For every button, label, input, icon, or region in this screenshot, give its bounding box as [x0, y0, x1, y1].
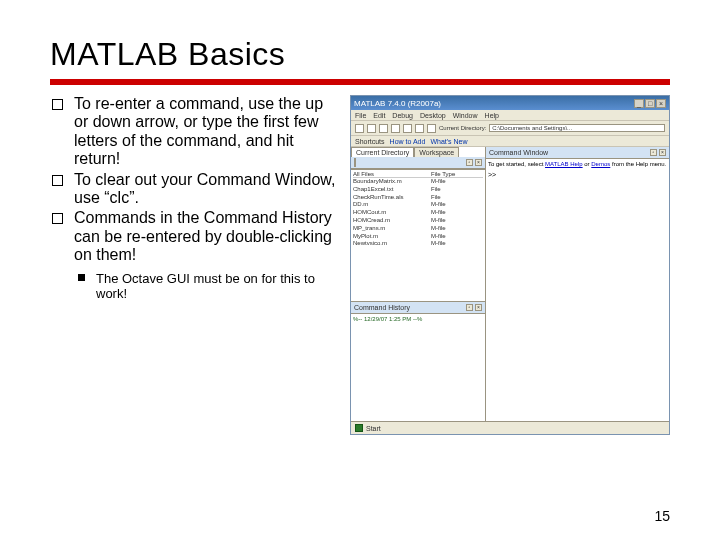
- curdir-icons: [354, 159, 356, 166]
- pane-close-icon[interactable]: ×: [659, 149, 666, 156]
- shortcut-howtoadd[interactable]: How to Add: [390, 138, 426, 145]
- dir-label: Current Directory:: [439, 125, 486, 131]
- file-name: DD.m: [353, 201, 431, 209]
- history-body[interactable]: %-- 12/29/07 1:25 PM --%: [351, 314, 485, 421]
- cmd-info-text: To get started, select: [488, 161, 545, 167]
- bullet-item: To clear out your Command Window, use “c…: [74, 171, 340, 208]
- redo-icon[interactable]: [427, 124, 436, 133]
- cmdwin-header: Command Window ▫ ×: [486, 147, 669, 159]
- maximize-button[interactable]: □: [645, 99, 655, 108]
- file-row[interactable]: HOMCread.mM-file: [353, 217, 483, 225]
- file-row[interactable]: DD.mM-file: [353, 201, 483, 209]
- bullet-text: Commands in the Command History can be r…: [74, 209, 332, 263]
- pane-undock-icon[interactable]: ▫: [466, 304, 473, 311]
- sub-bullet-item: The Octave GUI must be on for this to wo…: [96, 271, 340, 302]
- menu-desktop[interactable]: Desktop: [420, 112, 446, 119]
- pane-undock-icon[interactable]: ▫: [466, 159, 473, 166]
- tab-current-directory[interactable]: Current Directory: [351, 147, 414, 157]
- current-directory-panel: Current Directory Workspace ▫ ×: [351, 147, 485, 301]
- history-header: Command History ▫ ×: [351, 302, 485, 314]
- demos-link[interactable]: Demos: [591, 161, 610, 167]
- file-name: CheckRunTime.als: [353, 194, 431, 202]
- file-name: Newtvsico.m: [353, 240, 431, 248]
- history-title: Command History: [354, 304, 410, 311]
- command-prompt[interactable]: >>: [488, 171, 667, 178]
- col-allfiles[interactable]: All Files: [353, 171, 431, 177]
- slide: MATLAB Basics To re-enter a command, use…: [0, 0, 720, 540]
- menu-help[interactable]: Help: [485, 112, 499, 119]
- command-window[interactable]: To get started, select MATLAB Help or De…: [486, 159, 669, 421]
- menu-debug[interactable]: Debug: [392, 112, 413, 119]
- close-button[interactable]: ×: [656, 99, 666, 108]
- curdir-header: ▫ ×: [351, 157, 485, 169]
- file-name: BoundaryMatrix.m: [353, 178, 431, 186]
- screenshot-column: MATLAB 7.4.0 (R2007a) _ □ × File Edit De…: [350, 95, 670, 435]
- status-bar: Start: [351, 421, 669, 434]
- file-row[interactable]: MP_trans.mM-file: [353, 225, 483, 233]
- file-row[interactable]: BoundaryMatrix.mM-file: [353, 178, 483, 186]
- window-buttons: _ □ ×: [634, 99, 666, 108]
- menu-bar: File Edit Debug Desktop Window Help: [351, 110, 669, 121]
- main-area: Current Directory Workspace ▫ ×: [351, 147, 669, 421]
- window-title: MATLAB 7.4.0 (R2007a): [354, 99, 441, 108]
- file-row[interactable]: Newtvsico.mM-file: [353, 240, 483, 248]
- toolbar: Current Directory: C:\Documents and Sett…: [351, 121, 669, 136]
- right-pane: Command Window ▫ × To get started, selec…: [486, 147, 669, 421]
- file-row[interactable]: Chap1Excel.txtFile: [353, 186, 483, 194]
- slide-title: MATLAB Basics: [50, 36, 670, 73]
- pane-close-icon[interactable]: ×: [475, 159, 482, 166]
- file-row[interactable]: MyPlot.mM-file: [353, 233, 483, 241]
- cut-icon[interactable]: [379, 124, 388, 133]
- dir-input[interactable]: C:\Documents and Settings\...: [489, 124, 665, 132]
- open-icon[interactable]: [367, 124, 376, 133]
- pane-close-icon[interactable]: ×: [475, 304, 482, 311]
- file-row[interactable]: HOMCout.mM-file: [353, 209, 483, 217]
- bullet-item: To re-enter a command, use the up or dow…: [74, 95, 340, 169]
- paste-icon[interactable]: [403, 124, 412, 133]
- menu-window[interactable]: Window: [453, 112, 478, 119]
- shortcuts-bar: Shortcuts How to Add What's New: [351, 136, 669, 147]
- undo-icon[interactable]: [415, 124, 424, 133]
- file-type: M-file: [431, 225, 446, 233]
- start-icon[interactable]: [355, 424, 363, 432]
- bullet-item: Commands in the Command History can be r…: [74, 209, 340, 301]
- titlebar[interactable]: MATLAB 7.4.0 (R2007a) _ □ ×: [351, 96, 669, 110]
- file-type: M-file: [431, 240, 446, 248]
- copy-icon[interactable]: [391, 124, 400, 133]
- cmd-info-text: or: [583, 161, 592, 167]
- left-pane: Current Directory Workspace ▫ ×: [351, 147, 486, 421]
- file-name: MP_trans.m: [353, 225, 431, 233]
- history-entry[interactable]: %-- 12/29/07 1:25 PM --%: [353, 316, 422, 322]
- menu-edit[interactable]: Edit: [373, 112, 385, 119]
- file-list[interactable]: All Files File Type BoundaryMatrix.mM-fi…: [351, 169, 485, 301]
- file-name: HOMCout.m: [353, 209, 431, 217]
- command-history-panel: Command History ▫ × %-- 12/29/07 1:25 PM…: [351, 301, 485, 421]
- left-tabs: Current Directory Workspace: [351, 147, 485, 157]
- slide-body: To re-enter a command, use the up or dow…: [50, 95, 670, 435]
- tab-workspace[interactable]: Workspace: [414, 147, 459, 157]
- new-icon[interactable]: [355, 124, 364, 133]
- bullet-list: To re-enter a command, use the up or dow…: [50, 95, 340, 302]
- file-list-header: All Files File Type: [353, 171, 483, 178]
- file-row[interactable]: CheckRunTime.alsFile: [353, 194, 483, 202]
- file-type: M-file: [431, 178, 446, 186]
- file-name: HOMCread.m: [353, 217, 431, 225]
- file-type: File: [431, 194, 441, 202]
- sub-bullet-list: The Octave GUI must be on for this to wo…: [74, 271, 340, 302]
- cmdwin-title: Command Window: [489, 149, 548, 156]
- file-name: Chap1Excel.txt: [353, 186, 431, 194]
- shortcut-whatsnew[interactable]: What's New: [430, 138, 467, 145]
- pane-undock-icon[interactable]: ▫: [650, 149, 657, 156]
- help-link[interactable]: MATLAB Help: [545, 161, 583, 167]
- cmd-info: To get started, select MATLAB Help or De…: [488, 161, 667, 167]
- folder-icon[interactable]: [354, 158, 356, 167]
- menu-file[interactable]: File: [355, 112, 366, 119]
- minimize-button[interactable]: _: [634, 99, 644, 108]
- file-type: M-file: [431, 233, 446, 241]
- cmd-info-text: from the Help menu.: [610, 161, 666, 167]
- shortcuts-label: Shortcuts: [355, 138, 385, 145]
- col-filetype[interactable]: File Type: [431, 171, 455, 177]
- title-rule: [50, 79, 670, 85]
- file-type: M-file: [431, 217, 446, 225]
- start-button[interactable]: Start: [366, 425, 381, 432]
